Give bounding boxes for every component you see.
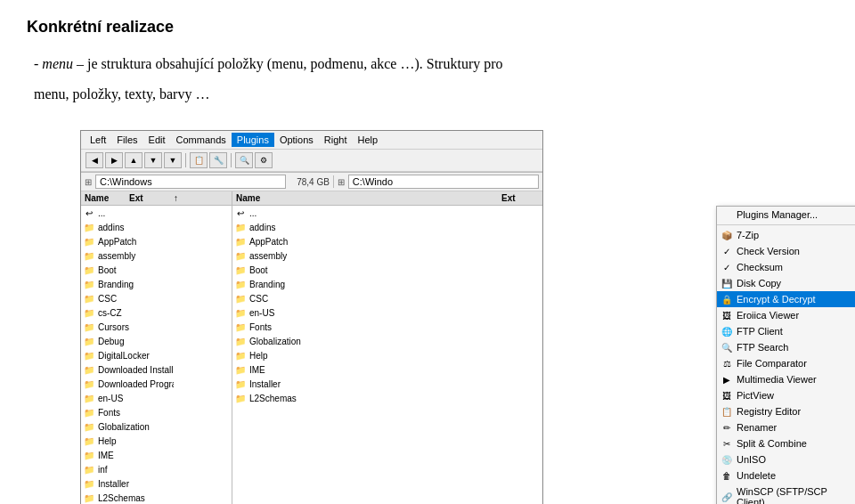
plugin-menu-item[interactable]: 🔍 FTP Search ▶ — [717, 339, 855, 355]
file-name: Installer — [98, 479, 174, 489]
folder-icon — [83, 349, 95, 362]
left-file-row[interactable]: DigitalLocker — [81, 348, 232, 362]
right-file-row[interactable]: Installer — [232, 377, 542, 391]
plugin-menu-item[interactable]: 🔒 Encrypt & Decrypt ▶ — [717, 291, 855, 307]
plugin-menu-item[interactable]: 📦 7-Zip ▶ — [717, 227, 855, 243]
btn3[interactable]: ▼ — [144, 152, 162, 168]
menu-item-plugins[interactable]: Plugins — [232, 133, 274, 147]
toolbar-area: ◀ ▶ ▲ ▼ ▼ 📋 🔧 🔍 ⚙ — [81, 150, 542, 173]
plugin-menu-item[interactable]: 🔗 WinSCP (SFTP/SCP Client) ▶ — [717, 484, 855, 504]
folder-icon — [83, 249, 95, 262]
menu-item-label: UnISO — [737, 454, 766, 465]
right-file-row[interactable]: Help — [232, 348, 542, 362]
left-file-row[interactable]: Installer — [81, 476, 232, 491]
folder-icon — [83, 492, 95, 504]
left-file-row[interactable]: en-US — [81, 391, 232, 405]
plugin-menu-item[interactable]: ✓ Checksum ▶ — [717, 259, 855, 275]
plugin-menu-item[interactable]: 📋 Registry Editor ▶ — [717, 403, 855, 419]
right-file-row[interactable]: Globalization — [232, 334, 542, 348]
left-file-row[interactable]: Downloaded Installations — [81, 362, 232, 377]
left-file-row[interactable]: IME — [81, 448, 232, 462]
menu-item-label: FTP Search — [737, 342, 789, 353]
file-name: Downloaded Installations — [98, 365, 174, 375]
plugin-menu-item[interactable]: 🖼 PictView ▶ — [717, 387, 855, 403]
right-file-row[interactable]: CSC — [232, 291, 542, 305]
menu-item-icon: 🔍 — [721, 341, 733, 354]
plugin-menu-item[interactable]: 🗑 Undelete ▶ — [717, 467, 855, 484]
settings-btn[interactable]: ⚙ — [255, 152, 273, 168]
right-file-row[interactable]: assembly — [232, 248, 542, 263]
plugin-menu-item[interactable]: 🌐 FTP Client ▶ — [717, 323, 855, 339]
menu-item-options[interactable]: Options — [274, 133, 319, 147]
file-name: IME — [249, 365, 516, 375]
file-name: Help — [98, 436, 174, 446]
left-file-row[interactable]: Fonts — [81, 405, 232, 419]
plugin-menu-item[interactable]: ✂ Split & Combine ▶ — [717, 435, 855, 451]
plugin-menu-item[interactable]: ▶ Multimedia Viewer ▶ — [717, 371, 855, 387]
left-file-row[interactable]: Branding — [81, 277, 232, 291]
copy-btn[interactable]: 📋 — [190, 152, 208, 168]
plugin-menu-item[interactable]: 💿 UnISO ▶ — [717, 451, 855, 467]
tool-btn[interactable]: 🔧 — [209, 152, 227, 168]
menu-item-icon: 🔗 — [721, 491, 733, 503]
left-file-row[interactable]: Cursors — [81, 320, 232, 334]
folder-icon — [83, 306, 95, 319]
address-input-right[interactable]: C:\Windo — [348, 175, 539, 189]
screenshot: LeftFilesEditCommandsPluginsOptionsRight… — [80, 130, 543, 504]
left-file-row[interactable]: assembly — [81, 248, 232, 263]
menu-item-label: Checksum — [737, 262, 783, 272]
right-file-row[interactable]: Fonts — [232, 320, 542, 334]
menu-item-edit[interactable]: Edit — [143, 133, 171, 147]
right-file-row[interactable]: AppPatch — [232, 234, 542, 248]
forward-btn[interactable]: ▶ — [105, 152, 123, 168]
left-col-name: Name — [81, 191, 126, 205]
right-file-row[interactable]: en-US — [232, 305, 542, 320]
menu-item-left[interactable]: Left — [85, 133, 111, 147]
folder-icon — [83, 292, 95, 305]
folder-icon — [83, 392, 95, 404]
left-file-row[interactable]: cs-CZ — [81, 305, 232, 320]
left-col-size: Size — [215, 191, 232, 205]
left-file-row[interactable]: Debug — [81, 334, 232, 348]
btn4[interactable]: ▼ — [164, 152, 182, 168]
menu-item-commands[interactable]: Commands — [171, 133, 232, 147]
plugin-menu-item[interactable]: ✓ Check Version ▶ — [717, 243, 855, 259]
right-file-row[interactable]: L2Schemas — [232, 391, 542, 405]
file-name: AppPatch — [98, 237, 174, 247]
menu-item-help[interactable]: Help — [353, 133, 384, 147]
right-file-row[interactable]: IME — [232, 362, 542, 377]
right-file-row[interactable]: addins — [232, 220, 542, 234]
left-file-row[interactable]: CSC — [81, 291, 232, 305]
address-input-left[interactable]: C:\Windows — [95, 175, 286, 189]
plugin-menu-item[interactable]: Plugins Manager... — [717, 207, 855, 223]
left-file-row[interactable]: Boot — [81, 263, 232, 277]
menu-item-icon: ✓ — [721, 245, 733, 257]
plugin-menu-item[interactable]: 🖼 Eroiica Viewer ▶ — [717, 307, 855, 323]
right-file-row[interactable]: Branding — [232, 277, 542, 291]
menu-item-right[interactable]: Right — [319, 133, 353, 147]
up-btn[interactable]: ▲ — [125, 152, 142, 168]
right-file-row[interactable]: Boot — [232, 263, 542, 277]
folder-icon — [83, 378, 95, 390]
plugin-menu-item[interactable]: ✏ Renamer ▶ — [717, 419, 855, 435]
right-file-row[interactable]: ↩ ... — [232, 206, 542, 220]
folder-icon — [83, 420, 95, 433]
file-name: Branding — [249, 280, 516, 289]
search-btn[interactable]: 🔍 — [235, 152, 253, 168]
left-file-row[interactable]: L2Schemas — [81, 491, 232, 504]
menu-item-files[interactable]: Files — [111, 133, 142, 147]
folder-icon — [83, 435, 95, 447]
menu-item-label: 7-Zip — [737, 230, 759, 240]
left-file-row[interactable]: Downloaded Program Files — [81, 377, 232, 391]
folder-icon — [234, 235, 247, 248]
file-name: assembly — [98, 251, 174, 261]
left-file-row[interactable]: ↩ ... — [81, 206, 232, 220]
left-file-row[interactable]: Help — [81, 434, 232, 448]
plugin-menu-item[interactable]: 💾 Disk Copy ▶ — [717, 275, 855, 291]
left-file-row[interactable]: addins — [81, 220, 232, 234]
left-file-row[interactable]: inf — [81, 462, 232, 476]
left-file-row[interactable]: AppPatch — [81, 234, 232, 248]
plugin-menu-item[interactable]: ⚖ File Comparator ▶ — [717, 355, 855, 371]
left-file-row[interactable]: Globalization — [81, 419, 232, 434]
back-btn[interactable]: ◀ — [86, 152, 103, 168]
